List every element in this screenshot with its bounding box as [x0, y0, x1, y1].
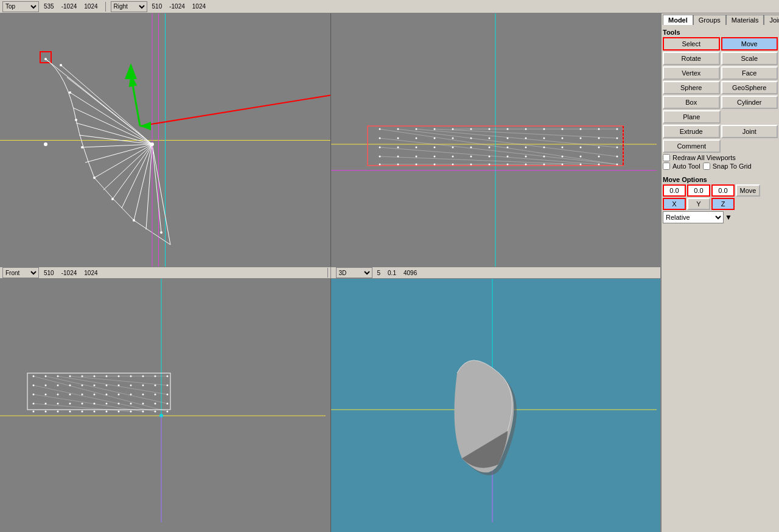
svg-point-158: [167, 394, 169, 396]
viewport-top-right[interactable]: [330, 13, 661, 267]
bottom-right-view-select[interactable]: 3D: [336, 267, 372, 278]
svg-point-135: [33, 385, 35, 387]
svg-point-129: [106, 376, 108, 377]
svg-point-182: [167, 411, 169, 413]
svg-line-185: [58, 376, 167, 394]
cylinder-button[interactable]: Cylinder: [721, 96, 778, 109]
y-axis-button[interactable]: Y: [687, 198, 710, 210]
svg-point-86: [433, 156, 435, 158]
geosphere-button[interactable]: GeoSphere: [721, 81, 778, 94]
svg-point-156: [142, 394, 144, 396]
extrude-button[interactable]: Extrude: [663, 125, 720, 138]
svg-line-186: [70, 376, 167, 385]
svg-point-89: [488, 156, 490, 158]
svg-point-82: [616, 147, 618, 149]
svg-point-103: [488, 164, 490, 166]
svg-point-139: [82, 385, 83, 387]
z-axis-button[interactable]: Z: [711, 198, 735, 210]
svg-point-127: [82, 376, 83, 377]
svg-point-126: [69, 376, 71, 377]
bottom-left-svg: [0, 279, 330, 532]
svg-point-84: [397, 156, 399, 158]
plane-button[interactable]: Plane: [663, 110, 721, 124]
relative-select[interactable]: Relative: [663, 211, 724, 223]
svg-point-97: [379, 164, 380, 166]
svg-point-143: [130, 385, 132, 387]
svg-point-161: [57, 403, 59, 405]
svg-point-141: [106, 385, 108, 387]
top-right-svg: [331, 13, 661, 267]
tabs-container: Model Groups Materials Joints: [663, 15, 778, 25]
redraw-label: Redraw All Viewports: [672, 154, 736, 161]
move-z-input[interactable]: [711, 184, 735, 197]
comment-button[interactable]: Comment: [663, 139, 721, 153]
svg-point-58: [433, 138, 435, 139]
move-x-input[interactable]: [663, 184, 686, 197]
svg-point-83: [379, 156, 380, 158]
svg-point-104: [506, 164, 508, 166]
tab-groups[interactable]: Groups: [693, 15, 726, 25]
svg-point-109: [598, 164, 599, 166]
svg-point-160: [45, 403, 47, 405]
top-right-z: 1024: [190, 3, 208, 10]
x-axis-button[interactable]: X: [663, 198, 686, 210]
svg-point-70: [397, 147, 399, 149]
check-row-auto-snap: Auto Tool Snap To Grid: [663, 163, 778, 170]
svg-point-88: [470, 156, 472, 158]
svg-point-168: [142, 403, 144, 405]
svg-point-59: [452, 138, 453, 139]
sphere-button[interactable]: Sphere: [663, 81, 720, 94]
auto-tool-checkbox[interactable]: [663, 163, 670, 170]
bottom-left-z: 1024: [82, 270, 100, 276]
move-button[interactable]: Move: [721, 37, 778, 51]
select-button[interactable]: Select: [663, 37, 720, 51]
svg-point-137: [57, 385, 59, 387]
svg-point-142: [118, 385, 120, 387]
svg-point-69: [379, 147, 380, 149]
svg-point-133: [155, 376, 156, 377]
scale-button[interactable]: Scale: [721, 52, 778, 65]
face-button[interactable]: Face: [721, 66, 778, 80]
tab-model[interactable]: Model: [663, 15, 693, 25]
svg-point-51: [561, 128, 563, 130]
viewport-bottom-left[interactable]: [0, 279, 330, 532]
top-left-coords: 535: [41, 3, 57, 10]
svg-point-72: [433, 147, 435, 149]
bottom-right-svg: [331, 279, 661, 532]
bottom-right-z: 4096: [401, 270, 419, 276]
move-exec-button[interactable]: Move: [736, 184, 760, 197]
viewport-top-left[interactable]: [0, 13, 330, 267]
vertex-button[interactable]: Vertex: [663, 66, 720, 80]
v-gridline-cyan: [165, 13, 166, 267]
bottom-left-view-select[interactable]: Front: [2, 267, 39, 278]
mid-separator: [327, 268, 328, 278]
right-panel: Model Groups Materials Joints Tools Sele…: [660, 13, 779, 532]
redraw-checkbox[interactable]: [663, 154, 670, 161]
top-left-view-select[interactable]: Top: [2, 1, 39, 12]
box-button[interactable]: Box: [663, 96, 720, 109]
svg-point-74: [470, 147, 472, 149]
svg-point-140: [94, 385, 96, 387]
top-right-view-select[interactable]: Right: [111, 1, 147, 12]
tool-row-extrude-joint: Extrude Joint: [663, 125, 778, 138]
viewport-bottom-right[interactable]: [330, 279, 661, 532]
tab-joints[interactable]: Joints: [764, 15, 779, 25]
relative-dropdown: Relative ▼: [663, 211, 778, 223]
mid-bar-left: Front 510 -1024 1024: [2, 267, 325, 278]
top-right-y: -1024: [167, 3, 187, 10]
svg-point-144: [142, 385, 144, 387]
move-options-label: Move Options: [663, 176, 778, 183]
svg-point-110: [616, 164, 618, 166]
svg-point-90: [506, 156, 508, 158]
svg-point-46: [470, 128, 472, 130]
svg-point-85: [415, 156, 417, 158]
svg-point-154: [118, 394, 120, 396]
move-y-input[interactable]: [687, 184, 710, 197]
svg-point-65: [561, 138, 563, 139]
joint-button[interactable]: Joint: [721, 125, 778, 138]
rotate-button[interactable]: Rotate: [663, 52, 720, 65]
tab-materials[interactable]: Materials: [726, 15, 764, 25]
svg-point-153: [106, 394, 108, 396]
svg-point-159: [33, 403, 35, 405]
snap-checkbox[interactable]: [703, 163, 710, 170]
